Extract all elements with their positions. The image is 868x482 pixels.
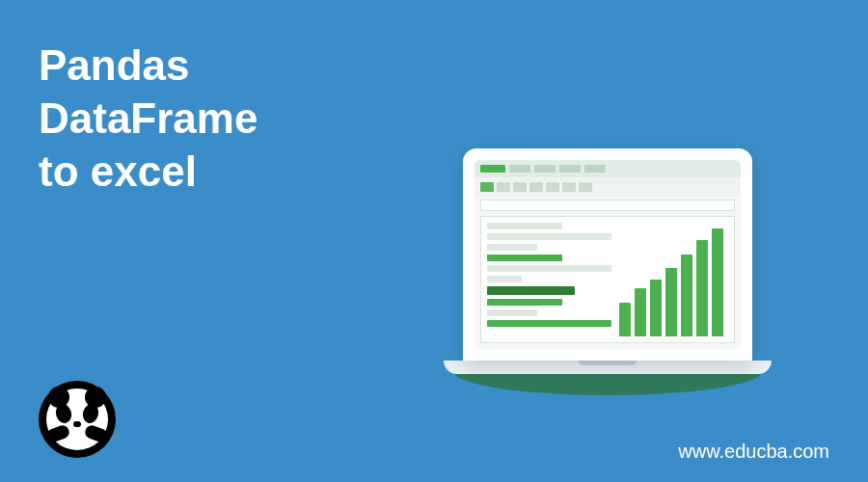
formula-bar — [480, 200, 735, 211]
chart-bar — [635, 288, 646, 336]
chart-bar — [619, 303, 631, 336]
data-row — [487, 276, 522, 282]
ribbon-tab — [584, 165, 606, 173]
data-row — [487, 233, 611, 240]
data-row — [487, 244, 537, 251]
data-row — [487, 254, 562, 261]
toolbar-item — [562, 182, 576, 192]
ribbon-tab — [534, 165, 556, 173]
data-row-selected — [487, 286, 575, 295]
sheet-data-rows — [481, 217, 617, 342]
ribbon-tab — [480, 165, 505, 173]
toolbar-item — [497, 182, 510, 192]
spreadsheet-toolbar — [475, 177, 741, 197]
panda-nose — [73, 421, 81, 427]
title-line-1: Pandas — [39, 39, 258, 92]
toolbar-item — [513, 182, 527, 192]
data-row — [487, 299, 562, 306]
laptop-base — [444, 361, 772, 374]
laptop-screen — [475, 160, 741, 349]
toolbar-item — [579, 182, 592, 192]
data-row — [487, 265, 611, 272]
chart-bar — [681, 254, 692, 336]
spreadsheet-ribbon — [475, 160, 741, 177]
panda-logo-icon — [39, 381, 116, 458]
sheet-bar-chart — [617, 217, 734, 342]
laptop-spreadsheet-illustration — [434, 96, 781, 386]
panda-circle — [39, 381, 116, 458]
toolbar-item — [546, 182, 559, 192]
page-title: Pandas DataFrame to excel — [39, 39, 258, 198]
toolbar-item — [480, 182, 494, 192]
title-line-2: DataFrame — [39, 92, 258, 145]
sheet-area — [480, 216, 735, 343]
site-url: www.educba.com — [678, 441, 829, 463]
ribbon-tab — [509, 165, 530, 173]
data-row — [487, 320, 611, 327]
title-line-3: to excel — [39, 145, 258, 198]
chart-bar — [696, 240, 708, 336]
laptop-bezel — [463, 148, 752, 361]
chart-bar — [665, 268, 677, 336]
ribbon-tab — [559, 165, 581, 173]
data-row — [487, 309, 537, 316]
chart-bar — [712, 228, 723, 336]
chart-bar — [650, 280, 662, 336]
data-row — [487, 223, 562, 229]
toolbar-item — [529, 182, 543, 192]
